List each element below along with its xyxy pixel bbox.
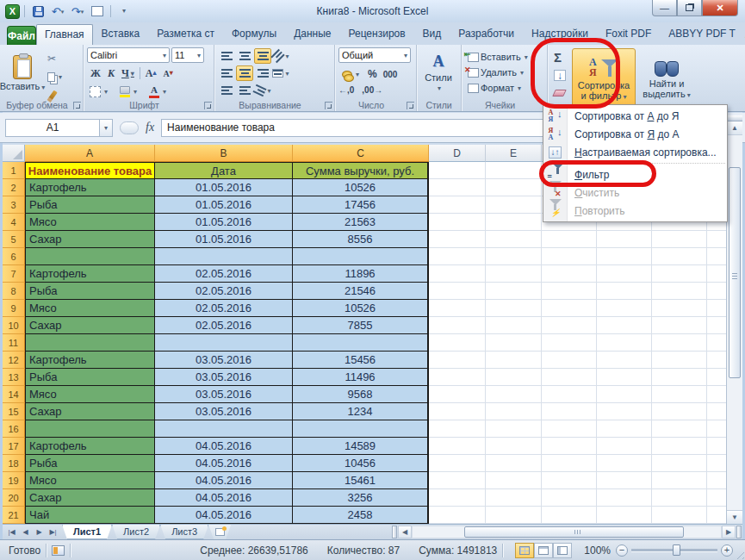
- row-header-14[interactable]: 14: [3, 386, 25, 403]
- cell-B20[interactable]: 04.05.2016: [155, 489, 293, 507]
- tab-Разметка ст[interactable]: Разметка ст: [148, 23, 223, 45]
- row-header-5[interactable]: 5: [3, 231, 25, 248]
- increase-indent-button[interactable]: [236, 83, 253, 98]
- fill-color-button[interactable]: [117, 84, 140, 99]
- horizontal-scrollbar-thumb[interactable]: [464, 526, 684, 538]
- font-name-select[interactable]: Calibri▾: [87, 47, 170, 63]
- page-break-view-button[interactable]: [553, 543, 572, 558]
- undo-button[interactable]: ↶▾: [49, 3, 66, 19]
- tab-split-handle[interactable]: [392, 526, 397, 538]
- row-header-21[interactable]: 21: [3, 507, 25, 524]
- decrease-decimal-button[interactable]: ,00→: [362, 85, 382, 95]
- cell-E21[interactable]: [486, 507, 542, 524]
- scrollbar-split-handle[interactable]: [736, 526, 742, 538]
- zoom-in-button[interactable]: +: [721, 544, 733, 557]
- font-dialog-launcher[interactable]: [204, 102, 212, 109]
- cell-E9[interactable]: [486, 300, 542, 317]
- column-header-D[interactable]: D: [429, 145, 486, 162]
- align-middle-button[interactable]: [236, 48, 253, 64]
- cell-B18[interactable]: 04.05.2016: [155, 455, 293, 472]
- comma-style-button[interactable]: 000: [383, 70, 398, 79]
- decrease-indent-button[interactable]: [218, 83, 235, 98]
- vertical-scrollbar-thumb[interactable]: [729, 167, 741, 378]
- cell-A16[interactable]: [25, 420, 155, 438]
- cell-C1[interactable]: Сумма выручки, руб.: [293, 162, 429, 179]
- cell-A19[interactable]: Мясо: [25, 472, 155, 489]
- row-header-8[interactable]: 8: [3, 283, 25, 300]
- page-layout-view-button[interactable]: [534, 543, 553, 558]
- cell-A21[interactable]: Чай: [25, 507, 155, 524]
- row-header-4[interactable]: 4: [3, 214, 25, 231]
- cell-B3[interactable]: 01.05.2016: [155, 196, 293, 214]
- cell-D9[interactable]: [429, 300, 486, 317]
- cell-C6[interactable]: [293, 248, 429, 265]
- percent-button[interactable]: %: [368, 68, 377, 80]
- row-header-1[interactable]: 1: [3, 162, 25, 179]
- cell-B15[interactable]: 03.05.2016: [155, 403, 293, 420]
- macro-record-icon[interactable]: [52, 545, 65, 556]
- cell-C13[interactable]: 11496: [293, 369, 429, 386]
- orientation-button[interactable]: [272, 48, 289, 64]
- cell-B7[interactable]: 02.05.2016: [155, 265, 293, 283]
- cell-B10[interactable]: 02.05.2016: [155, 317, 293, 334]
- cell-D5[interactable]: [429, 231, 486, 248]
- cell-A10[interactable]: Сахар: [25, 317, 155, 334]
- column-header-A[interactable]: A: [25, 145, 155, 162]
- row-header-12[interactable]: 12: [3, 352, 25, 369]
- cell-B16[interactable]: [155, 420, 293, 438]
- cell-B4[interactable]: 01.05.2016: [155, 214, 293, 231]
- cell-D15[interactable]: [429, 403, 486, 420]
- cell-E14[interactable]: [486, 386, 542, 403]
- tab-Foxit PDF[interactable]: Foxit PDF: [597, 23, 660, 45]
- datasheet-button[interactable]: [89, 3, 106, 19]
- row-header-3[interactable]: 3: [3, 196, 25, 214]
- column-header-B[interactable]: B: [155, 145, 293, 162]
- tab-Главная[interactable]: Главная: [36, 24, 93, 45]
- normal-view-button[interactable]: [515, 543, 534, 558]
- select-all-corner[interactable]: [3, 145, 25, 162]
- tab-Вид[interactable]: Вид: [414, 23, 450, 45]
- zoom-level[interactable]: 100%: [584, 544, 611, 557]
- align-top-button[interactable]: [218, 48, 235, 64]
- cell-E6[interactable]: [486, 248, 542, 265]
- cell-C15[interactable]: 1234: [293, 403, 429, 420]
- row-header-6[interactable]: 6: [3, 248, 25, 265]
- first-sheet-button[interactable]: |◀: [5, 528, 18, 536]
- cell-A13[interactable]: Рыба: [25, 369, 155, 386]
- cell-D21[interactable]: [429, 507, 486, 524]
- cell-C8[interactable]: 21546: [293, 283, 429, 300]
- last-sheet-button[interactable]: ▶|: [47, 528, 59, 536]
- cell-A7[interactable]: Картофель: [25, 265, 155, 283]
- cell-B12[interactable]: 03.05.2016: [155, 352, 293, 369]
- align-right-button[interactable]: [254, 65, 271, 81]
- borders-button[interactable]: [87, 84, 110, 99]
- cell-E3[interactable]: [486, 196, 542, 214]
- cell-B19[interactable]: 04.05.2016: [155, 472, 293, 489]
- cell-C2[interactable]: 10526: [293, 179, 429, 196]
- cell-C3[interactable]: 17456: [293, 196, 429, 214]
- cell-C17[interactable]: 14589: [293, 438, 429, 455]
- name-box-dropdown[interactable]: ▾: [100, 119, 113, 137]
- cell-E8[interactable]: [486, 283, 542, 300]
- cell-E13[interactable]: [486, 369, 542, 386]
- styles-button[interactable]: А Стили: [420, 47, 456, 97]
- vertical-split-handle[interactable]: [727, 115, 742, 121]
- align-left-button[interactable]: [218, 65, 235, 81]
- row-header-15[interactable]: 15: [3, 403, 25, 420]
- cell-D4[interactable]: [429, 214, 486, 231]
- cell-B5[interactable]: 01.05.2016: [155, 231, 293, 248]
- cut-button[interactable]: ✂: [45, 51, 65, 66]
- cell-A6[interactable]: [25, 248, 155, 265]
- save-button[interactable]: [29, 3, 47, 19]
- cell-A12[interactable]: Картофель: [25, 352, 155, 369]
- cell-C16[interactable]: [293, 420, 429, 438]
- cell-A2[interactable]: Картофель: [25, 179, 155, 196]
- clear-button[interactable]: [551, 86, 568, 99]
- cell-C18[interactable]: 10456: [293, 455, 429, 472]
- menu-item-фильтр[interactable]: =Фильтр: [543, 165, 727, 184]
- row-header-9[interactable]: 9: [3, 300, 25, 317]
- row-header-11[interactable]: 11: [3, 334, 25, 352]
- tab-Разработчи[interactable]: Разработчи: [450, 23, 523, 45]
- scroll-up-button[interactable]: ▲: [727, 121, 742, 135]
- cell-E11[interactable]: [486, 334, 542, 352]
